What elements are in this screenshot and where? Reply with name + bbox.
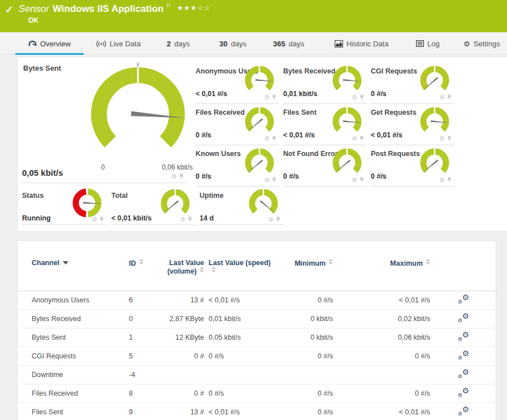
table-row-files-sent: Files Sent913 #< 0,01 #/s0 #/s< 0,01 #/s… [18, 402, 497, 420]
channel-name[interactable]: Files Received [18, 384, 122, 402]
pin-icon[interactable] [447, 94, 452, 101]
page-title: Windows IIS Application [53, 3, 164, 14]
last-value-speed: < 0,01 #/s [204, 291, 278, 309]
pin-icon[interactable] [271, 177, 277, 183]
sensor-title-line: SensorWindows IIS Application⚐★★★☆☆ [19, 2, 210, 15]
channel-name[interactable]: Files Sent [18, 402, 122, 420]
sort-icon [328, 259, 333, 265]
channel-name[interactable]: Bytes Sent [18, 328, 122, 347]
column-header-last-value-speed[interactable]: Last Value (speed) [204, 241, 278, 291]
gauge-actions: ⚙ [264, 177, 277, 183]
gear-icon[interactable]: ⚙ [264, 94, 270, 101]
gauge-max-label: 0,06 kbit/s [136, 163, 193, 171]
status-badge: OK [28, 16, 38, 24]
gear-icon[interactable]: ⚙ [180, 217, 185, 223]
column-label: Maximum [390, 259, 423, 267]
gauge-dial [330, 64, 365, 97]
tab-live-data[interactable]: Live Data [96, 32, 141, 55]
gauge-label: Known Users [196, 150, 241, 158]
channel-name[interactable]: Bytes Received [18, 309, 122, 328]
pin-icon[interactable] [447, 177, 452, 183]
table-row-anonymous-users: Anonymous Users613 #< 0,01 #/s0 #/s< 0,0… [18, 291, 497, 309]
gear-icon[interactable]: ⚙ [264, 177, 270, 183]
last-value-volume: 0 # [156, 384, 204, 402]
last-value-volume [156, 365, 204, 384]
channel-name[interactable]: CGI Requests [18, 347, 122, 365]
channel-id: 0 [122, 309, 156, 328]
channel-name[interactable]: Anonymous Users [18, 291, 122, 309]
tab-log[interactable]: Log [416, 32, 440, 55]
gauge-dial [417, 105, 452, 138]
pin-icon[interactable] [447, 136, 452, 142]
gauge-label: Post Requests [371, 150, 420, 158]
pin-icon[interactable] [187, 217, 193, 223]
column-header-actions [430, 241, 497, 291]
gauge-actions: ⚙ [264, 136, 277, 142]
gear-icon[interactable]: ⚙ [92, 217, 97, 223]
prtg-sensor-page: ✓ SensorWindows IIS Application⚐★★★☆☆ OK… [0, 0, 507, 420]
gauge-label: Bytes Received [283, 67, 335, 75]
gauge-actions: ⚙ [352, 177, 365, 183]
gear-icon[interactable]: ⚙ [264, 136, 270, 142]
channels-table-card: ChannelIDLast Value (volume)Last Value (… [17, 240, 496, 420]
pin-icon[interactable] [271, 136, 277, 142]
gauge-dial [417, 64, 452, 97]
gauge-actions: ⚙ [439, 136, 452, 142]
column-header-id[interactable]: ID [122, 241, 156, 291]
channel-settings-gears-icon[interactable]: ⚙⚙ [458, 387, 469, 397]
flag-icon[interactable]: ⚐ [166, 2, 171, 9]
minimum-value: 0 #/s [278, 347, 333, 365]
tab-label: Live Data [110, 40, 141, 48]
tab-label: Settings [474, 40, 500, 48]
gear-icon[interactable]: ⚙ [352, 94, 357, 101]
last-value-volume: 13 # [156, 402, 204, 420]
channel-settings-gears-icon[interactable]: ⚙⚙ [458, 369, 469, 379]
tab-365-days[interactable]: 365days [273, 32, 304, 55]
gear-icon[interactable]: ⚙ [439, 177, 445, 183]
tab-historic-data[interactable]: Historic Data [335, 32, 388, 55]
primary-gauge-actions: ⚙ [171, 174, 184, 180]
priority-stars[interactable]: ★★★☆☆ [177, 4, 210, 12]
gauge-cell-post-requests: Post Requests 0 #/s⚙ [371, 145, 454, 187]
gauge-value: 0,01 kbit/s [283, 90, 317, 98]
channel-settings-gears-icon[interactable]: ⚙⚙ [458, 406, 469, 416]
column-header-channel[interactable]: Channel [18, 241, 122, 291]
column-header-last-value-volume[interactable]: Last Value (volume) [156, 241, 204, 291]
tab-settings[interactable]: ⚙Settings [463, 32, 500, 55]
sensor-header: ✓ SensorWindows IIS Application⚐★★★☆☆ OK [0, 0, 507, 32]
check-icon: ✓ [5, 4, 13, 16]
pin-icon[interactable] [179, 174, 184, 180]
channel-name[interactable]: Downtime [18, 365, 122, 384]
pin-icon[interactable] [99, 217, 105, 223]
gauge-value: 0 #/s [371, 172, 387, 180]
tab-overview[interactable]: Overview [15, 32, 84, 55]
gear-icon[interactable]: ⚙ [268, 217, 274, 223]
pin-icon[interactable] [271, 94, 277, 101]
column-header-maximum[interactable]: Maximum [333, 241, 430, 291]
gear-icon[interactable]: ⚙ [352, 136, 357, 142]
gauge-label: Total [111, 192, 128, 200]
channel-settings-gears-icon[interactable]: ⚙⚙ [458, 331, 469, 341]
gear-icon[interactable]: ⚙ [171, 174, 177, 180]
gauge-dial [242, 146, 277, 179]
pin-icon[interactable] [359, 177, 365, 183]
gauge-value: 0 #/s [371, 90, 387, 98]
channel-settings-gears-icon[interactable]: ⚙⚙ [458, 313, 469, 323]
pin-icon[interactable] [359, 136, 365, 142]
maximum-value: 0,06 kbit/s [333, 328, 430, 347]
pin-icon[interactable] [359, 94, 365, 101]
tab-2-days[interactable]: 2days [167, 32, 190, 55]
column-header-minimum[interactable]: Minimum [278, 241, 333, 291]
channel-settings-gears-icon[interactable]: ⚙⚙ [458, 350, 469, 360]
maximum-value: < 0,01 #/s [333, 291, 430, 309]
tab-30-days[interactable]: 30days [219, 32, 246, 55]
channel-id: 5 [122, 347, 156, 365]
gear-icon[interactable]: ⚙ [439, 136, 445, 142]
minimum-value: 0 kbit/s [278, 309, 333, 328]
pin-icon[interactable] [275, 217, 281, 223]
gauge-actions: ⚙ [92, 217, 105, 223]
gear-icon[interactable]: ⚙ [439, 94, 445, 101]
maximum-value [333, 365, 430, 384]
gear-icon[interactable]: ⚙ [352, 177, 357, 183]
channel-settings-gears-icon[interactable]: ⚙⚙ [458, 294, 469, 304]
